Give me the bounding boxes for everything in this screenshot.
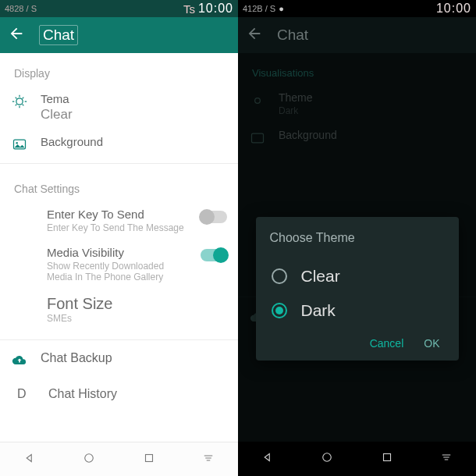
app-header: Chat [0,17,238,53]
nav-recent[interactable] [380,450,394,467]
svg-rect-7 [383,454,390,461]
divider [0,339,238,340]
nav-recent[interactable] [142,451,156,468]
back-button[interactable] [246,25,263,45]
status-network: 4828 / S [5,4,37,13]
phone-light: 4828 / S Ts 10:00 Chat Display Tema Clea… [0,0,238,476]
settings-body: Visualisations Theme Dark Background Fon… [238,53,476,442]
history-icon: D [17,387,31,401]
option-dark[interactable]: Dark [270,293,445,328]
dialog-title: Choose Theme [270,231,445,245]
enter-key-sub: Enter Key To Send The Message [47,222,188,233]
back-button[interactable] [8,25,25,45]
nav-extra[interactable] [201,451,215,468]
settings-body: Display Tema Clear Background Chat Setti… [0,53,238,442]
radio-dark[interactable] [272,303,287,318]
nav-bar [0,442,238,476]
svg-point-6 [323,453,332,462]
theme-value: Clear [41,107,227,123]
media-vis-label: Media Visibility [47,246,188,259]
nav-back[interactable] [23,451,37,468]
cloud-upload-icon [11,351,28,368]
media-vis-sub: Show Recently Downloaded Media In The Ph… [47,261,188,282]
nav-back[interactable] [261,450,275,467]
theme-dialog: Choose Theme Clear Dark Cancel OK [256,217,459,361]
enter-key-label: Enter Key To Send [47,208,188,221]
status-network: 412B / S [243,4,275,13]
backup-label: Chat Backup [41,351,227,365]
nav-home[interactable] [320,450,334,467]
section-chat-settings: Chat Settings [0,169,238,201]
status-clock: 10:00 [436,2,471,16]
nav-bar [238,442,476,476]
dialog-scrim[interactable]: Choose Theme Clear Dark Cancel OK [238,53,476,442]
chat-bubble-icon: ● [279,4,284,13]
divider [0,163,238,164]
page-title: Chat [39,25,78,45]
sun-icon [11,92,28,109]
option-clear[interactable]: Clear [270,259,445,293]
row-chat-backup[interactable]: Chat Backup [0,345,238,375]
enter-key-toggle[interactable] [201,211,227,223]
option-clear-label: Clear [301,267,340,286]
history-label: Chat History [48,387,117,401]
radio-clear[interactable] [272,268,287,284]
app-header: Chat [238,17,476,53]
background-label: Background [41,135,227,148]
option-dark-label: Dark [301,301,336,320]
row-chat-history[interactable]: D Chat History [0,375,238,414]
svg-point-1 [16,142,18,144]
nav-home[interactable] [82,451,96,468]
row-media-visibility[interactable]: Media Visibility Show Recently Downloade… [0,240,238,289]
theme-label: Tema [41,92,227,105]
page-title: Chat [277,27,308,44]
section-display: Display [0,53,238,86]
nav-extra[interactable] [439,450,453,467]
ok-button[interactable]: OK [424,337,439,350]
row-enter-key[interactable]: Enter Key To Send Enter Key To Send The … [0,201,238,240]
media-vis-toggle[interactable] [201,249,227,261]
status-bar: 412B / S ● 10:00 [238,0,476,17]
font-size-label[interactable]: Font Size [0,289,238,313]
status-ts: Ts [183,2,195,16]
row-background[interactable]: Background [0,129,238,158]
svg-rect-3 [145,454,152,461]
image-icon [11,135,28,152]
cancel-button[interactable]: Cancel [370,337,404,350]
phone-dark: 412B / S ● 10:00 Chat Visualisations The… [238,0,476,476]
font-size-value: SMEs [0,313,238,335]
svg-point-2 [85,453,94,462]
status-bar: 4828 / S Ts 10:00 [0,0,238,17]
status-clock: 10:00 [198,2,233,16]
row-theme[interactable]: Tema Clear [0,86,238,129]
